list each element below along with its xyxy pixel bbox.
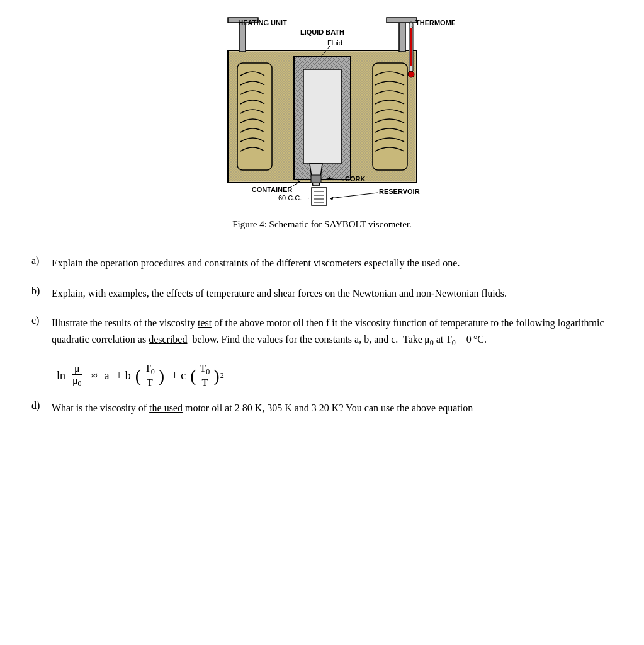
svg-rect-16 <box>387 18 417 23</box>
c-paren-expr: ( T0 T ) 2 <box>189 363 223 389</box>
q-a-label: a) <box>31 255 52 266</box>
q-c-text: Illustrate the results of the viscosity … <box>52 315 613 349</box>
svg-text:Fluid: Fluid <box>327 39 342 47</box>
q-b-text: Explain, with examples, the effects of t… <box>52 285 613 302</box>
close-paren-1: ) <box>159 367 164 385</box>
svg-point-19 <box>408 71 414 77</box>
figure-caption: Figure 4: Schematic for SAYBOLT viscomet… <box>232 219 411 230</box>
math-equation: ln μ μ0 ≈ a + b ( T0 T ) + c ( T0 T ) 2 <box>57 363 613 389</box>
mu-denominator: μ0 <box>71 375 84 389</box>
T-den: T <box>145 377 155 389</box>
questions-section: a) Explain the operation procedures and … <box>25 255 619 416</box>
question-a: a) Explain the operation procedures and … <box>31 255 613 271</box>
svg-rect-12 <box>311 175 321 183</box>
mu-numerator: μ <box>72 363 82 375</box>
q-d-the-used-underline: the used <box>149 402 183 413</box>
q-a-text: Explain the operation procedures and con… <box>52 255 613 271</box>
svg-rect-10 <box>303 69 341 164</box>
T0-num-2: T0 <box>198 363 212 377</box>
q-c-described-underline: described <box>149 334 187 345</box>
saybolt-diagram: HEATING UNIT LIQUID BATH Fluid THERMOMET… <box>190 13 455 214</box>
svg-rect-7 <box>237 63 272 170</box>
question-b: b) Explain, with examples, the effects o… <box>31 285 613 302</box>
figure-section: HEATING UNIT LIQUID BATH Fluid THERMOMET… <box>25 13 619 244</box>
T0-num: T0 <box>143 363 157 377</box>
mu-fraction: μ μ0 <box>71 363 84 389</box>
svg-text:THERMOMETER: THERMOMETER <box>415 19 455 26</box>
open-paren-2: ( <box>190 367 196 385</box>
approx-symbol: ≈ <box>89 369 101 382</box>
T-den-2: T <box>200 377 210 389</box>
q-d-label: d) <box>31 400 52 411</box>
q-c-text-part1: Illustrate the results of the viscosity <box>52 317 198 328</box>
svg-rect-18 <box>410 28 412 66</box>
q-c-test-underline: test <box>198 317 212 328</box>
plus-c: + c <box>169 369 186 382</box>
q-d-text-part1: What is the viscosity of <box>52 402 149 413</box>
power-2: 2 <box>220 371 224 380</box>
T0-T-fraction: T0 T <box>143 363 157 389</box>
q-d-text-part2: motor oil at 2 80 K, 305 K and 3 20 K? Y… <box>183 402 473 413</box>
plus-b: + b <box>113 369 130 382</box>
svg-rect-15 <box>399 19 405 52</box>
svg-text:RESERVOIR: RESERVOIR <box>379 188 420 195</box>
svg-text:CORK: CORK <box>345 175 365 183</box>
question-c: c) Illustrate the results of the viscosi… <box>31 315 613 349</box>
a-term: a <box>104 369 109 382</box>
close-paren-2: ) <box>213 367 219 385</box>
svg-rect-8 <box>373 63 407 170</box>
q-c-text-part3: below. Find the values for the constants… <box>187 334 487 345</box>
svg-text:60 C.C. →: 60 C.C. → <box>278 194 310 202</box>
svg-text:HEATING UNIT: HEATING UNIT <box>238 19 287 26</box>
svg-line-38 <box>330 193 378 198</box>
svg-text:LIQUID BATH: LIQUID BATH <box>300 28 344 36</box>
b-paren-expr: ( T0 T ) <box>135 363 165 389</box>
question-d: d) What is the viscosity of the used mot… <box>31 400 613 416</box>
q-d-text: What is the viscosity of the used motor … <box>52 400 613 416</box>
svg-marker-39 <box>330 197 334 200</box>
q-b-label: b) <box>31 285 52 297</box>
T0-T-fraction-2: T0 T <box>198 363 212 389</box>
svg-text:CONTAINER: CONTAINER <box>251 186 292 193</box>
ln-symbol: ln <box>57 369 65 382</box>
q-c-label: c) <box>31 315 52 326</box>
open-paren-1: ( <box>135 367 141 385</box>
